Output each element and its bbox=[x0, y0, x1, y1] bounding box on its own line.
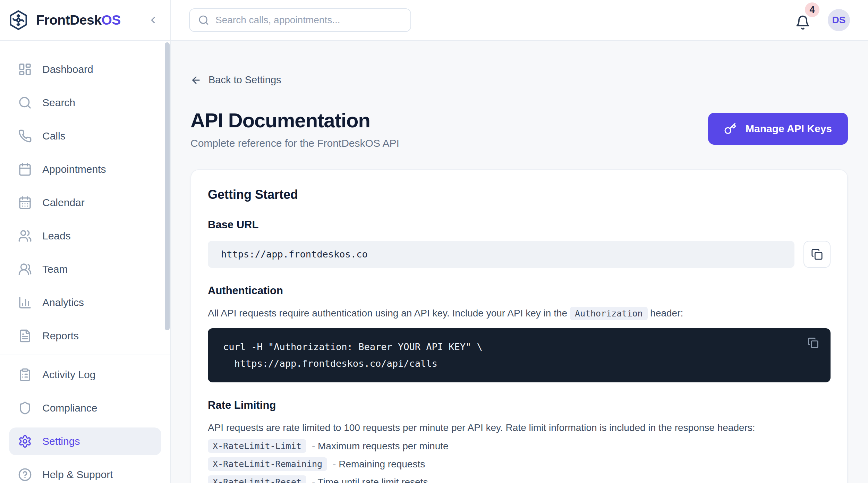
back-link-label: Back to Settings bbox=[209, 74, 281, 86]
sidebar-divider bbox=[0, 355, 170, 355]
code-line-1: curl -H "Authorization: Bearer YOUR_API_… bbox=[223, 339, 815, 355]
gear-icon bbox=[18, 434, 32, 448]
sidebar-item-search[interactable]: Search bbox=[9, 89, 161, 117]
copy-base-url-button[interactable] bbox=[803, 241, 831, 268]
search-icon bbox=[198, 15, 209, 26]
notification-count-badge: 4 bbox=[805, 2, 819, 17]
users-icon bbox=[18, 229, 32, 243]
sidebar-item-label: Activity Log bbox=[42, 369, 95, 381]
sidebar-item-activity-log[interactable]: Activity Log bbox=[9, 361, 161, 389]
brand-logo: FrontDeskOS bbox=[8, 9, 121, 31]
sidebar-scrollbar[interactable] bbox=[165, 42, 170, 330]
copy-icon bbox=[808, 337, 819, 348]
rate-limiting-description: API requests are rate limited to 100 req… bbox=[208, 421, 831, 435]
search-input[interactable] bbox=[215, 15, 402, 26]
topbar: FrontDeskOS 4 DS bbox=[0, 0, 868, 41]
sidebar-item-analytics[interactable]: Analytics bbox=[9, 289, 161, 316]
sidebar-item-dashboard[interactable]: Dashboard bbox=[9, 56, 161, 83]
manage-api-keys-button[interactable]: Manage API Keys bbox=[708, 113, 848, 145]
authentication-description: All API requests require authentication … bbox=[208, 306, 831, 321]
auth-text-after: header: bbox=[648, 308, 683, 319]
rate-limit-item: X-RateLimit-Reset - Time until rate limi… bbox=[208, 475, 831, 483]
authorization-inline-code: Authorization bbox=[570, 307, 648, 320]
phone-icon bbox=[18, 129, 32, 143]
sidebar-item-label: Analytics bbox=[42, 297, 84, 308]
sidebar-item-settings[interactable]: Settings bbox=[9, 427, 161, 455]
help-circle-icon bbox=[18, 468, 32, 482]
header-main: 4 DS bbox=[171, 0, 868, 40]
calendar-days-icon bbox=[18, 196, 32, 210]
sidebar-item-label: Calendar bbox=[42, 197, 85, 209]
sidebar-item-compliance[interactable]: Compliance bbox=[9, 394, 161, 422]
chart-icon bbox=[18, 296, 32, 310]
sidebar-item-label: Calls bbox=[42, 130, 66, 142]
manage-api-keys-label: Manage API Keys bbox=[746, 123, 832, 135]
rate-limit-header-code: X-RateLimit-Remaining bbox=[208, 457, 327, 471]
copy-code-button[interactable] bbox=[808, 337, 819, 350]
rate-limit-header-desc: - Remaining requests bbox=[333, 459, 425, 470]
base-url-heading: Base URL bbox=[208, 219, 831, 231]
sidebar-nav: Dashboard Search Calls Appointments Cale… bbox=[0, 41, 171, 483]
sidebar-item-calls[interactable]: Calls bbox=[9, 122, 161, 150]
frontdeskos-logo-icon bbox=[8, 9, 29, 31]
file-text-icon bbox=[18, 329, 32, 343]
sidebar-item-label: Leads bbox=[42, 230, 71, 242]
auth-text-before: All API requests require authentication … bbox=[208, 308, 570, 319]
getting-started-heading: Getting Started bbox=[208, 187, 831, 202]
getting-started-card: Getting Started Base URL https://app.fro… bbox=[190, 169, 848, 483]
brand-name-primary: FrontDesk bbox=[36, 12, 101, 27]
rate-limit-item: X-RateLimit-Limit - Maximum requests per… bbox=[208, 439, 831, 453]
sidebar-item-label: Settings bbox=[42, 435, 80, 447]
sidebar-item-label: Dashboard bbox=[42, 63, 93, 75]
rate-limit-item: X-RateLimit-Remaining - Remaining reques… bbox=[208, 457, 831, 471]
global-search[interactable] bbox=[189, 8, 411, 32]
rate-limiting-heading: Rate Limiting bbox=[208, 399, 831, 412]
rate-limit-header-desc: - Maximum requests per minute bbox=[312, 441, 449, 452]
main-content: Back to Settings API Documentation Compl… bbox=[171, 41, 868, 483]
sidebar-item-team[interactable]: Team bbox=[9, 255, 161, 283]
key-icon bbox=[724, 122, 737, 135]
arrow-left-icon bbox=[190, 75, 202, 86]
app-screen: FrontDeskOS 4 DS Dashboard bbox=[0, 0, 868, 483]
shield-icon bbox=[18, 401, 32, 415]
rate-limit-header-desc: - Time until rate limit resets bbox=[312, 477, 428, 483]
base-url-row: https://app.frontdeskos.co bbox=[208, 241, 831, 268]
sidebar-item-label: Reports bbox=[42, 330, 79, 342]
chevron-left-icon bbox=[148, 15, 158, 25]
rate-limit-header-code: X-RateLimit-Limit bbox=[208, 439, 306, 453]
sidebar-item-label: Team bbox=[42, 263, 68, 275]
code-line-2: https://app.frontdeskos.co/api/calls bbox=[223, 355, 815, 372]
sidebar-item-appointments[interactable]: Appointments bbox=[9, 155, 161, 183]
curl-code-block: curl -H "Authorization: Bearer YOUR_API_… bbox=[208, 328, 831, 382]
users-round-icon bbox=[18, 262, 32, 276]
user-avatar[interactable]: DS bbox=[828, 9, 850, 31]
bell-icon bbox=[795, 15, 810, 30]
brand-name: FrontDeskOS bbox=[36, 12, 121, 28]
base-url-value: https://app.frontdeskos.co bbox=[208, 241, 794, 268]
authentication-heading: Authentication bbox=[208, 285, 831, 297]
sidebar-item-help-support[interactable]: Help & Support bbox=[9, 461, 161, 483]
rate-limit-header-code: X-RateLimit-Reset bbox=[208, 475, 306, 483]
page-subtitle: Complete reference for the FrontDeskOS A… bbox=[190, 137, 399, 149]
sidebar-item-label: Compliance bbox=[42, 402, 97, 414]
notifications-button[interactable]: 4 bbox=[794, 10, 811, 30]
back-to-settings-link[interactable]: Back to Settings bbox=[190, 74, 281, 86]
sidebar-item-label: Help & Support bbox=[42, 469, 113, 481]
calendar-icon bbox=[18, 162, 32, 176]
brand-name-accent: OS bbox=[101, 12, 120, 27]
page-title: API Documentation bbox=[190, 109, 399, 132]
page-header: API Documentation Complete reference for… bbox=[190, 109, 848, 149]
clipboard-list-icon bbox=[18, 368, 32, 382]
sidebar-item-calendar[interactable]: Calendar bbox=[9, 189, 161, 217]
sidebar-item-label: Search bbox=[42, 97, 75, 109]
copy-icon bbox=[811, 248, 823, 260]
search-icon bbox=[18, 96, 32, 110]
sidebar-item-leads[interactable]: Leads bbox=[9, 222, 161, 250]
sidebar-header: FrontDeskOS bbox=[0, 0, 171, 40]
sidebar-item-reports[interactable]: Reports bbox=[9, 322, 161, 350]
page-header-text: API Documentation Complete reference for… bbox=[190, 109, 399, 149]
body-row: Dashboard Search Calls Appointments Cale… bbox=[0, 41, 868, 483]
sidebar-collapse-button[interactable] bbox=[146, 13, 160, 27]
dashboard-icon bbox=[18, 62, 32, 76]
sidebar-item-label: Appointments bbox=[42, 163, 106, 175]
